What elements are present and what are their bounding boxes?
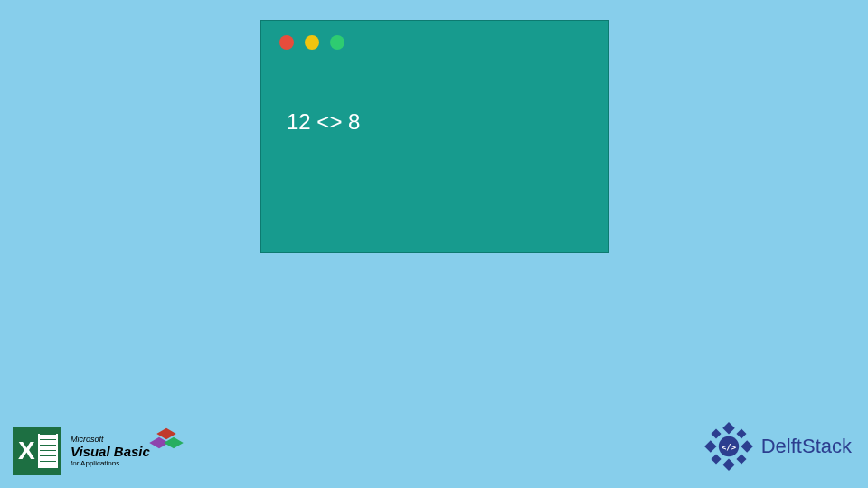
delftstack-logo: </> DelftStack [703, 421, 852, 472]
window-controls [261, 21, 608, 64]
svg-marker-0 [722, 422, 734, 434]
svg-marker-5 [736, 428, 746, 438]
excel-x-icon [13, 427, 61, 475]
svg-marker-6 [711, 454, 721, 464]
code-content: 12 <> 8 [261, 64, 608, 180]
delftstack-label: DelftStack [761, 435, 852, 458]
excel-logo-icon [13, 427, 61, 475]
code-window: 12 <> 8 [260, 20, 609, 253]
maximize-icon[interactable] [330, 35, 344, 50]
close-icon[interactable] [279, 35, 294, 50]
svg-marker-3 [741, 440, 752, 452]
minimize-icon[interactable] [305, 35, 319, 50]
delftstack-emblem-icon: </> [703, 421, 754, 472]
svg-marker-2 [704, 440, 716, 452]
svg-text:</>: </> [722, 443, 736, 452]
visual-basic-logo: Microsoft Visual Basic for Applications [71, 427, 179, 475]
excel-sheet-icon [38, 434, 58, 468]
vb-subtitle-label: for Applications [71, 459, 179, 467]
vb-cubes-icon [154, 428, 181, 450]
svg-marker-1 [722, 458, 734, 470]
svg-marker-4 [711, 428, 721, 438]
svg-marker-7 [736, 454, 746, 464]
